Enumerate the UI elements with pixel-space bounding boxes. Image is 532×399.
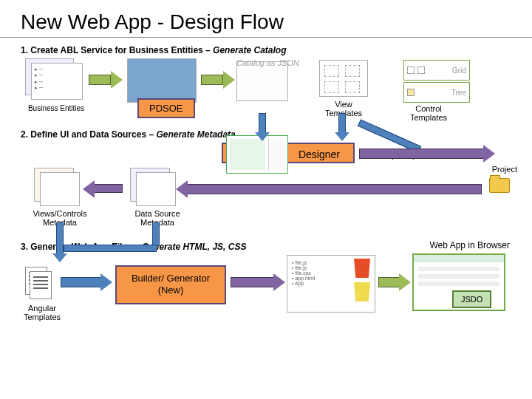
step1-row: ▸ ─▸ ─▸ ─▸ ─ Business Entities PDSOE Cat…: [0, 58, 532, 126]
step1-heading-text: 1. Create ABL Service for Business Entit…: [21, 45, 213, 55]
business-entities-label: Business Entities: [27, 104, 86, 112]
control-grid-box: Grid: [403, 60, 470, 81]
html5-icon: [354, 259, 370, 278]
catalog-thumb: [236, 61, 288, 101]
step2-row: Designer (New) Project Views/Controls Me…: [0, 143, 532, 236]
folder-icon: [489, 178, 510, 193]
control-templates-label: Control Templates: [400, 104, 457, 122]
page-title: New Web App - Design Flow: [0, 0, 532, 38]
builder-badge: Builder/ Generator (New): [115, 265, 226, 304]
view-templates-thumb: [319, 60, 368, 97]
square-icon: [417, 66, 425, 74]
views-metadata-thumb: [40, 172, 80, 206]
square-icon: [407, 66, 415, 74]
angular-label: Angular Templates: [16, 304, 68, 321]
step2-heading-italic: Generate Metadata: [156, 129, 235, 140]
step2-heading-text: 2. Define UI and Data Sources –: [21, 129, 156, 140]
control-grid-label: Grid: [452, 66, 466, 75]
webapp-label: Web App in Browser: [430, 240, 511, 250]
files-panel: ▪ file.js▪ file.js▪ file.css▪ app.html▪ …: [287, 255, 375, 313]
step3-row: Web App in Browser Angular Templates Bui…: [0, 255, 532, 358]
control-tree-box: Tree: [403, 82, 470, 103]
jsdo-badge: JSDO: [452, 290, 491, 308]
control-tree-label: Tree: [451, 89, 466, 97]
pdsoe-badge: PDSOE: [137, 98, 195, 118]
catalog-json-label: Catalog as JSON: [236, 58, 299, 67]
datasource-thumb: [136, 172, 176, 206]
project-label: Project: [492, 165, 517, 174]
business-entities-thumb: ▸ ─▸ ─▸ ─▸ ─: [31, 63, 83, 100]
square-icon: [407, 89, 415, 96]
js-icon: [354, 282, 370, 301]
angular-doc: [30, 271, 52, 299]
step1-heading: 1. Create ABL Service for Business Entit…: [0, 42, 532, 58]
tree-icon: ▸ ─▸ ─▸ ─▸ ─: [35, 66, 43, 92]
pdsoe-thumb: [127, 58, 197, 103]
step1-heading-italic: Generate Catalog: [213, 45, 286, 55]
